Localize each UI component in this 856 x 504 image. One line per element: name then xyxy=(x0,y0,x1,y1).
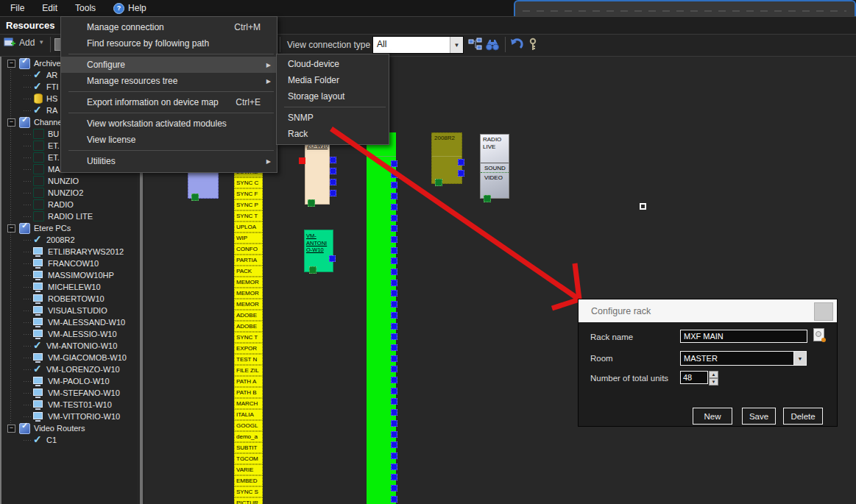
process-box-googl[interactable]: GOOGL xyxy=(234,420,263,431)
port-blue-square[interactable] xyxy=(391,269,397,275)
process-box-partia[interactable]: PARTIA xyxy=(234,255,263,266)
menu-item-cloud-device[interactable]: Cloud-device xyxy=(277,56,389,72)
port-blue-square[interactable] xyxy=(391,452,397,459)
port-blue-square[interactable] xyxy=(391,420,397,427)
menu-file[interactable]: File xyxy=(0,3,33,13)
tree-item-visualstudio[interactable]: VISUALSTUDIO xyxy=(1,305,138,316)
units-stepper-buttons[interactable]: ▲▼ xyxy=(709,371,718,384)
process-box-expor[interactable]: EXPOR xyxy=(234,343,263,354)
add-button[interactable]: Add ▼ xyxy=(4,37,44,48)
menu-item-manage-resources-tree[interactable]: Manage resources tree▶ xyxy=(61,73,277,89)
port-blue-square[interactable] xyxy=(458,159,464,166)
port-green-square[interactable] xyxy=(309,266,316,274)
process-box-memor[interactable]: MEMOR xyxy=(234,277,263,288)
port-blue-square[interactable] xyxy=(391,409,397,416)
port-green-square[interactable] xyxy=(308,199,315,207)
process-box-adobe[interactable]: ADOBE xyxy=(234,310,263,321)
device-tree-icon[interactable] xyxy=(468,38,483,52)
menu-item-configure[interactable]: Configure▶ xyxy=(61,57,277,73)
port-blue-square[interactable] xyxy=(391,366,397,372)
port-blue-square[interactable] xyxy=(330,179,336,185)
port-green-square[interactable] xyxy=(191,194,199,201)
process-box-confo[interactable]: CONFO xyxy=(234,244,263,255)
port-blue-square[interactable] xyxy=(391,464,397,470)
menu-item-view-workstation-activated-modules[interactable]: View workstation activated modules xyxy=(61,116,277,132)
tree-item-nunzio2[interactable]: NUNZIO2 xyxy=(1,187,138,199)
port-blue-square[interactable] xyxy=(391,171,397,178)
port-blue-square[interactable] xyxy=(391,496,397,503)
menu-item-rack[interactable]: Rack xyxy=(277,126,389,142)
menu-edit[interactable]: Edit xyxy=(33,3,66,13)
units-stepper[interactable]: 48 xyxy=(680,371,708,384)
port-blue-square[interactable] xyxy=(330,190,336,196)
undo-icon[interactable] xyxy=(509,38,524,52)
port-blue-square[interactable] xyxy=(391,398,397,405)
port-blue-square[interactable] xyxy=(391,485,397,491)
process-box-file-zil[interactable]: FILE ZIL xyxy=(234,365,263,376)
port-blue-square[interactable] xyxy=(330,157,336,163)
tree-item-francow10[interactable]: FRANCOW10 xyxy=(1,258,138,269)
menu-item-export-information-on-device-map[interactable]: Export information on device mapCtrl+E xyxy=(61,94,277,110)
port-blue-square[interactable] xyxy=(391,225,397,232)
menu-item-utilities[interactable]: Utilities▶ xyxy=(61,153,277,169)
port-green-square[interactable] xyxy=(484,195,491,202)
port-blue-square[interactable] xyxy=(391,193,397,199)
menu-help[interactable]: ? Help xyxy=(105,3,155,14)
process-box-subtit[interactable]: SUBTIT xyxy=(234,442,263,453)
port-blue-square[interactable] xyxy=(391,247,397,254)
tree-item-2008r2[interactable]: 2008R2 xyxy=(1,234,138,246)
port-blue-square[interactable] xyxy=(391,333,397,340)
tree-item-vm-test01-w10[interactable]: VM-TEST01-W10 xyxy=(1,399,138,411)
port-blue-square[interactable] xyxy=(391,258,397,264)
tree-item-vm-stefano-w10[interactable]: VM-STEFANO-W10 xyxy=(1,387,138,399)
new-button[interactable]: New xyxy=(693,408,732,425)
room-select[interactable]: MASTER ▼ xyxy=(680,351,807,366)
menu-item-manage-connection[interactable]: Manage connectionCtrl+M xyxy=(61,19,277,35)
process-box-wip[interactable]: WIP xyxy=(234,233,263,244)
tree-item-vm-alessio-w10[interactable]: VM-ALESSIO-W10 xyxy=(1,328,138,340)
tree-item-massimow10hp[interactable]: MASSIMOW10HP xyxy=(1,269,138,281)
connection-type-select[interactable]: All ▼ xyxy=(372,36,464,54)
process-box-varie[interactable]: VARIE xyxy=(234,464,263,475)
tree-item-etere-pcs[interactable]: −Etere PCs xyxy=(1,222,138,234)
process-box-memor[interactable]: MEMOR xyxy=(234,288,263,299)
port-blue-square[interactable] xyxy=(391,344,397,351)
tree-item-c1[interactable]: C1 xyxy=(1,434,138,446)
process-box-italia[interactable]: ITALIA xyxy=(234,409,263,420)
process-box-test-n[interactable]: TEST N xyxy=(234,354,263,365)
tree-item-vm-paolo-w10[interactable]: VM-PAOLO-W10 xyxy=(1,375,138,387)
expander-icon[interactable]: − xyxy=(7,60,15,68)
menu-item-view-license[interactable]: View license xyxy=(61,132,277,148)
process-box-embed[interactable]: EMBED xyxy=(234,475,263,486)
port-blue-square[interactable] xyxy=(391,236,397,243)
tree-item-video-routers[interactable]: −Video Routers xyxy=(1,422,138,434)
port-blue-square[interactable] xyxy=(391,431,397,438)
tree-item-vm-lorenzo-w10[interactable]: VM-LORENZO-W10 xyxy=(1,363,138,375)
tree-item-nunzio[interactable]: NUNZIO xyxy=(1,175,138,187)
process-box-uploa[interactable]: UPLOA xyxy=(234,221,263,233)
menu-tools[interactable]: Tools xyxy=(66,3,105,13)
menu-item-find-resource-by-following-path[interactable]: Find resource by following path xyxy=(61,35,277,52)
process-box-adobe[interactable]: ADOBE xyxy=(234,321,263,332)
port-blue-square[interactable] xyxy=(329,255,336,262)
port-blue-square[interactable] xyxy=(391,388,397,394)
port-blue-square[interactable] xyxy=(391,204,397,210)
menu-item-storage-layout[interactable]: Storage layout xyxy=(277,88,389,104)
port-blue-square[interactable] xyxy=(391,474,397,480)
expander-icon[interactable]: − xyxy=(7,224,15,233)
tree-item-vm-giacomob-w10[interactable]: VM-GIACOMOB-W10 xyxy=(1,352,138,363)
port-blue-square[interactable] xyxy=(391,377,397,383)
process-box-sync-t[interactable]: SYNC T xyxy=(234,210,263,221)
tree-item-robertow10[interactable]: ROBERTOW10 xyxy=(1,293,138,305)
port-blue-square[interactable] xyxy=(391,323,397,330)
device-box-radio-live[interactable]: RADIO LIVE SOUND VIDEO xyxy=(480,134,509,199)
process-box-sync-t[interactable]: SYNC T xyxy=(234,332,263,343)
menu-item-media-folder[interactable]: Media Folder xyxy=(277,72,389,88)
port-blue-square[interactable] xyxy=(458,170,464,177)
device-box-antonio[interactable]: VM- ANTONI O-W10 xyxy=(304,230,333,272)
expander-icon[interactable]: − xyxy=(7,425,15,433)
tree-item-radio[interactable]: RADIO xyxy=(1,199,138,210)
binoculars-icon[interactable] xyxy=(485,38,500,52)
tree-item-michelew10[interactable]: MICHELEW10 xyxy=(1,281,138,293)
port-blue-square[interactable] xyxy=(391,182,397,188)
